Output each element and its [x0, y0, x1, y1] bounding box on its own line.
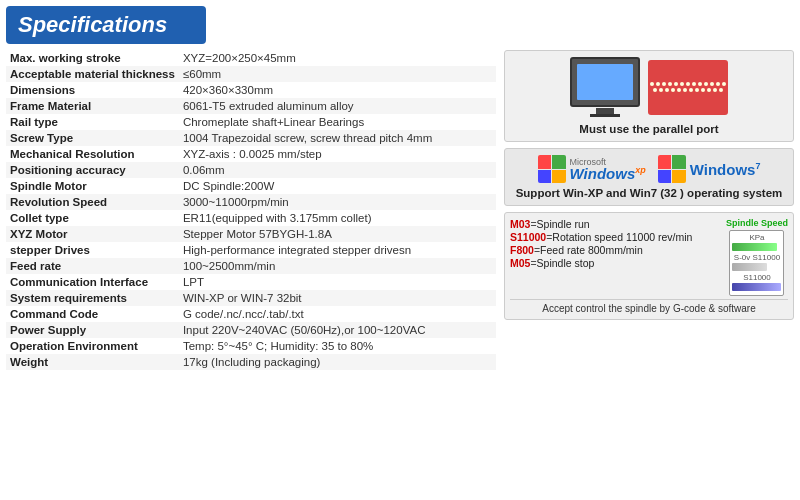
windows-support-label: Support Win-XP and Win7 (32 ) operating …	[516, 187, 783, 199]
spec-value: WIN-XP or WIN-7 32bit	[179, 290, 496, 306]
spec-value: XYZ-axis : 0.0025 mm/step	[179, 146, 496, 162]
spec-label: Frame Material	[6, 98, 179, 114]
port-row-2	[653, 88, 723, 92]
spec-value: 3000~11000rpm/min	[179, 194, 496, 210]
spindle-visual: Spindle Speed KPa S-0v S11000 S11000	[726, 218, 788, 296]
right-panel: Must use the parallel port Microsoft	[496, 50, 794, 496]
spec-label: Collet type	[6, 210, 179, 226]
spec-value: ≤60mm	[179, 66, 496, 82]
win-xp-logo: Microsoft Windowsxp	[538, 155, 646, 183]
spindle-code-key: M05	[510, 257, 530, 269]
spec-label: Spindle Motor	[6, 178, 179, 194]
parallel-port-box: Must use the parallel port	[504, 50, 794, 142]
monitor-base	[590, 114, 620, 117]
spec-value: ER11(equipped with 3.175mm collet)	[179, 210, 496, 226]
content-area: Max. working strokeXYZ=200×250×45mmAccep…	[0, 50, 800, 500]
spec-value: 6061-T5 extruded aluminum alloy	[179, 98, 496, 114]
spindle-code-desc: =Feed rate 800mm/min	[534, 244, 643, 256]
spindle-speed-title: Spindle Speed	[726, 218, 788, 228]
win7-logo: Windows7	[658, 155, 761, 183]
port-icon	[648, 60, 728, 115]
spindle-bar-container: KPa S-0v S11000 S11000	[729, 230, 784, 296]
spec-value: DC Spindle:200W	[179, 178, 496, 194]
win-xp-flag	[538, 155, 566, 183]
spec-value: Input 220V~240VAC (50/60Hz),or 100~120VA…	[179, 322, 496, 338]
spindle-code-row: F800=Feed rate 800mm/min	[510, 244, 720, 256]
spec-label: Acceptable material thickness	[6, 66, 179, 82]
spindle-code-row: M03=Spindle run	[510, 218, 720, 230]
spindle-bar-1	[732, 243, 776, 251]
spec-label: Revolution Speed	[6, 194, 179, 210]
spindle-code-desc: =Rotation speed 11000 rev/min	[546, 231, 692, 243]
parallel-port-label: Must use the parallel port	[579, 123, 718, 135]
spindle-content: M03=Spindle runS11000=Rotation speed 110…	[510, 218, 788, 296]
specs-table: Max. working strokeXYZ=200×250×45mmAccep…	[6, 50, 496, 370]
monitor-screen	[577, 64, 633, 100]
spec-value: XYZ=200×250×45mm	[179, 50, 496, 66]
spec-value: Temp: 5°~45° C; Humidity: 35 to 80%	[179, 338, 496, 354]
spec-label: Power Supply	[6, 322, 179, 338]
specs-panel: Max. working strokeXYZ=200×250×45mmAccep…	[6, 50, 496, 496]
spec-label: Mechanical Resolution	[6, 146, 179, 162]
spindle-footer: Accept control the spindle by G-code & s…	[510, 299, 788, 314]
spec-value: 17kg (Including packaging)	[179, 354, 496, 370]
computer-illustration	[570, 57, 640, 117]
spec-label: stepper Drives	[6, 242, 179, 258]
spec-label: Rail type	[6, 114, 179, 130]
spec-label: Feed rate	[6, 258, 179, 274]
win7-flag	[658, 155, 686, 183]
page: Specifications Max. working strokeXYZ=20…	[0, 0, 800, 500]
spindle-code-key: M03	[510, 218, 530, 230]
spec-value: Stepper Motor 57BYGH-1.8A	[179, 226, 496, 242]
spindle-bar-2	[732, 263, 766, 271]
spec-value: 100~2500mm/min	[179, 258, 496, 274]
spindle-bar-3	[732, 283, 781, 291]
spec-label: Communication Interface	[6, 274, 179, 290]
spec-label: Command Code	[6, 306, 179, 322]
windows-logos-row: Microsoft Windowsxp Windows7	[538, 155, 761, 183]
spindle-code-row: M05=Spindle stop	[510, 257, 720, 269]
spindle-code-desc: =Spindle run	[530, 218, 589, 230]
win7-name: Windows7	[690, 161, 761, 178]
spec-label: Weight	[6, 354, 179, 370]
spec-value: 1004 Trapezoidal screw, screw thread pit…	[179, 130, 496, 146]
monitor-icon	[570, 57, 640, 107]
winxp-name: Windowsxp	[570, 165, 646, 182]
spec-label: Screw Type	[6, 130, 179, 146]
spec-value: High-performance integrated stepper driv…	[179, 242, 496, 258]
images-row	[570, 57, 728, 117]
spec-label: System requirements	[6, 290, 179, 306]
port-row-1	[650, 82, 726, 86]
spec-label: Dimensions	[6, 82, 179, 98]
spindle-code-key: F800	[510, 244, 534, 256]
spec-label: Positioning accuracy	[6, 162, 179, 178]
page-title: Specifications	[18, 12, 167, 38]
spindle-box: M03=Spindle runS11000=Rotation speed 110…	[504, 212, 794, 320]
spec-label: Max. working stroke	[6, 50, 179, 66]
windows-box: Microsoft Windowsxp Windows7	[504, 148, 794, 206]
spindle-codes: M03=Spindle runS11000=Rotation speed 110…	[510, 218, 720, 270]
spindle-code-row: S11000=Rotation speed 11000 rev/min	[510, 231, 720, 243]
spec-value: 0.06mm	[179, 162, 496, 178]
spec-label: Operation Environment	[6, 338, 179, 354]
spec-label: XYZ Motor	[6, 226, 179, 242]
spindle-code-desc: =Spindle stop	[530, 257, 594, 269]
header-banner: Specifications	[6, 6, 206, 44]
spindle-code-key: S11000	[510, 231, 546, 243]
spec-value: G code/.nc/.ncc/.tab/.txt	[179, 306, 496, 322]
spec-value: LPT	[179, 274, 496, 290]
spec-value: Chromeplate shaft+Linear Bearings	[179, 114, 496, 130]
spec-value: 420×360×330mm	[179, 82, 496, 98]
